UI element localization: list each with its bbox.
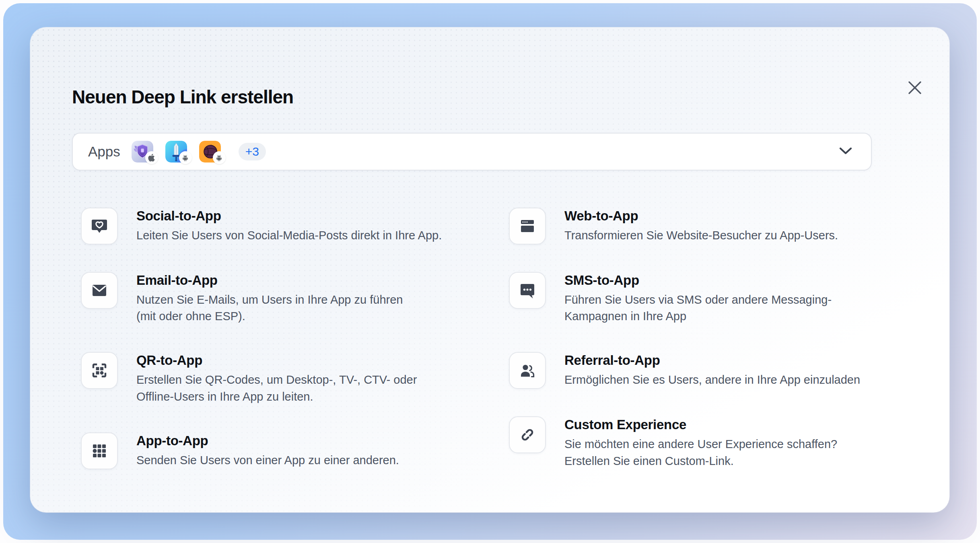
- apps-grid-icon: [81, 432, 118, 469]
- android-robot-icon: [181, 154, 189, 162]
- option-text: Custom Experience Sie möchten eine ander…: [564, 416, 837, 469]
- option-text: Web-to-App Transformieren Sie Website-Be…: [564, 208, 838, 245]
- option-social-to-app[interactable]: Social-to-App Leiten Sie Users von Socia…: [81, 208, 509, 245]
- apps-label: Apps: [88, 144, 120, 160]
- option-text: QR-to-App Erstellen Sie QR-Codes, um Des…: [136, 352, 417, 405]
- option-text: App-to-App Senden Sie Users von einer Ap…: [136, 432, 399, 469]
- option-description: Transformieren Sie Website-Besucher zu A…: [564, 227, 838, 244]
- android-robot-icon: [215, 154, 223, 162]
- referral-people-icon: [509, 352, 546, 389]
- option-app-to-app[interactable]: App-to-App Senden Sie Users von einer Ap…: [81, 432, 509, 469]
- sms-bubble-icon: [509, 272, 546, 309]
- option-description: Führen Sie Users via SMS oder andere Mes…: [564, 292, 832, 325]
- option-referral-to-app[interactable]: Referral-to-App Ermöglichen Sie es Users…: [509, 352, 908, 389]
- option-sms-to-app[interactable]: SMS-to-App Führen Sie Users via SMS oder…: [509, 272, 908, 325]
- option-title: QR-to-App: [136, 353, 417, 368]
- chevron-down-icon: [839, 146, 852, 157]
- option-text: Social-to-App Leiten Sie Users von Socia…: [136, 208, 442, 245]
- more-apps-badge[interactable]: +3: [239, 143, 266, 160]
- option-title: Referral-to-App: [564, 353, 860, 368]
- custom-link-icon: [509, 416, 546, 453]
- option-description: Erstellen Sie QR-Codes, um Desktop-, TV-…: [136, 372, 417, 405]
- option-description: Ermöglichen Sie es Users, andere in Ihre…: [564, 372, 860, 388]
- option-title: SMS-to-App: [564, 273, 832, 288]
- option-description: Leiten Sie Users von Social-Media-Posts …: [136, 227, 442, 244]
- close-icon: [908, 80, 922, 95]
- options-right-column: Web-to-App Transformieren Sie Website-Be…: [509, 208, 908, 469]
- link-type-options: Social-to-App Leiten Sie Users von Socia…: [81, 208, 908, 469]
- option-title: Social-to-App: [136, 208, 442, 224]
- option-title: Web-to-App: [564, 208, 838, 224]
- app-chip-shield-game: [132, 141, 153, 162]
- android-platform-badge: [213, 151, 226, 164]
- option-text: Referral-to-App Ermöglichen Sie es Users…: [564, 352, 860, 389]
- option-title: Email-to-App: [136, 273, 403, 288]
- option-text: SMS-to-App Führen Sie Users via SMS oder…: [564, 272, 832, 325]
- android-platform-badge: [179, 151, 192, 164]
- option-qr-to-app[interactable]: QR-to-App Erstellen Sie QR-Codes, um Des…: [81, 352, 509, 405]
- app-chip-sword-game: [165, 141, 187, 162]
- apps-select-field[interactable]: Apps: [72, 133, 872, 171]
- email-icon: [81, 272, 118, 309]
- browser-window-icon: [509, 208, 546, 245]
- option-web-to-app[interactable]: Web-to-App Transformieren Sie Website-Be…: [509, 208, 908, 245]
- modal-title: Neuen Deep Link erstellen: [72, 86, 908, 108]
- social-heart-bubble-icon: [81, 208, 118, 245]
- close-button[interactable]: [901, 74, 929, 101]
- apple-platform-badge: [145, 151, 158, 164]
- option-title: Custom Experience: [564, 417, 837, 432]
- option-description: Sie möchten eine andere User Experience …: [564, 436, 837, 469]
- create-deep-link-modal: Neuen Deep Link erstellen Apps: [30, 27, 949, 512]
- option-description: Senden Sie Users von einer App zu einer …: [136, 452, 399, 469]
- apple-logo-icon: [148, 153, 155, 162]
- option-custom-experience[interactable]: Custom Experience Sie möchten eine ander…: [509, 416, 908, 469]
- options-left-column: Social-to-App Leiten Sie Users von Socia…: [81, 208, 509, 469]
- app-chip-basketball-game: [199, 141, 221, 162]
- option-title: App-to-App: [136, 433, 399, 448]
- option-email-to-app[interactable]: Email-to-App Nutzen Sie E-Mails, um User…: [81, 272, 509, 325]
- option-text: Email-to-App Nutzen Sie E-Mails, um User…: [136, 272, 403, 325]
- qr-code-icon: [81, 352, 118, 389]
- option-description: Nutzen Sie E-Mails, um Users in Ihre App…: [136, 292, 403, 325]
